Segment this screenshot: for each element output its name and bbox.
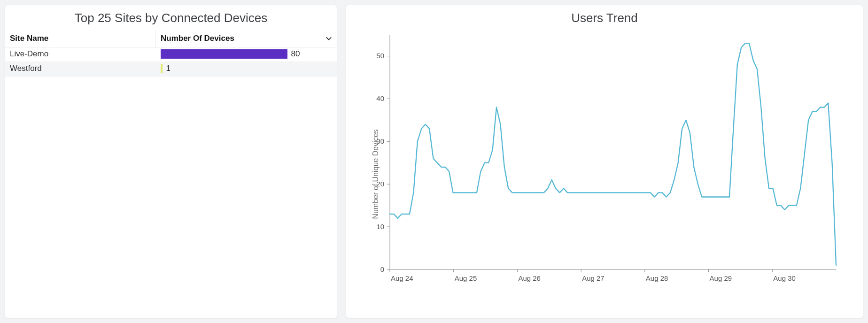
top-sites-table: Site Name Number Of Devices Live-Demo80W… bbox=[5, 30, 337, 77]
site-name-cell: Live-Demo bbox=[5, 47, 156, 62]
device-count-cell: 80 bbox=[156, 47, 337, 62]
users-trend-card: Users Trend Number of Unique Devices 010… bbox=[346, 5, 863, 318]
chevron-down-icon bbox=[326, 35, 332, 42]
top-sites-card: Top 25 Sites by Connected Devices Site N… bbox=[5, 5, 337, 318]
svg-text:50: 50 bbox=[376, 52, 384, 60]
table-row[interactable]: Westford1 bbox=[5, 62, 337, 77]
svg-text:Aug 28: Aug 28 bbox=[646, 274, 668, 282]
svg-text:Aug 27: Aug 27 bbox=[582, 274, 604, 282]
table-row[interactable]: Live-Demo80 bbox=[5, 47, 337, 62]
users-trend-title: Users Trend bbox=[346, 5, 863, 30]
users-trend-chart: Number of Unique Devices 01020304050Aug … bbox=[346, 30, 863, 318]
y-axis-title: Number of Unique Devices bbox=[372, 129, 380, 219]
device-bar bbox=[161, 49, 287, 59]
svg-text:40: 40 bbox=[376, 94, 384, 102]
svg-text:0: 0 bbox=[380, 265, 384, 273]
col-devices-label: Number Of Devices bbox=[161, 34, 234, 43]
col-site-name-label: Site Name bbox=[10, 34, 48, 43]
svg-text:Aug 25: Aug 25 bbox=[455, 274, 477, 282]
device-bar bbox=[161, 64, 163, 73]
top-sites-title: Top 25 Sites by Connected Devices bbox=[5, 5, 337, 30]
svg-text:Aug 24: Aug 24 bbox=[391, 274, 413, 282]
device-bar-label: 1 bbox=[166, 64, 170, 73]
svg-text:Aug 26: Aug 26 bbox=[518, 274, 541, 282]
svg-text:Aug 30: Aug 30 bbox=[773, 274, 796, 282]
device-count-cell: 1 bbox=[156, 62, 337, 77]
device-bar-label: 80 bbox=[291, 49, 300, 59]
site-name-cell: Westford bbox=[5, 62, 156, 77]
col-site-name[interactable]: Site Name bbox=[5, 30, 156, 47]
line-chart-svg: 01020304050Aug 24Aug 25Aug 26Aug 27Aug 2… bbox=[357, 30, 850, 293]
svg-text:10: 10 bbox=[376, 223, 384, 231]
svg-text:Aug 29: Aug 29 bbox=[710, 274, 732, 282]
col-number-of-devices[interactable]: Number Of Devices bbox=[156, 30, 337, 47]
